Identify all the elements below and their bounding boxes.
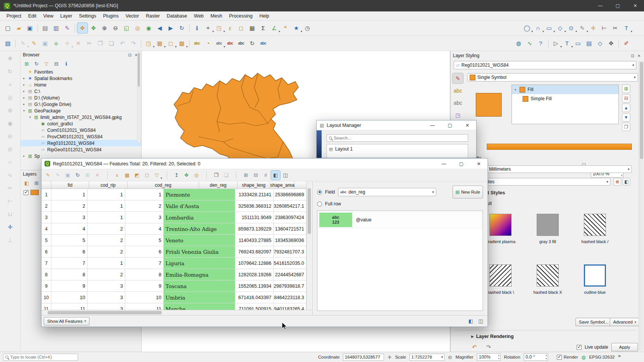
cell-cod-reg[interactable]: 5 — [125, 235, 164, 246]
rotate-label[interactable]: ↻ — [247, 38, 257, 48]
cell-shape-area[interactable]: 22987939818.7 — [274, 280, 306, 292]
advanced-button[interactable]: Advanced — [610, 318, 639, 326]
expand-caret-icon[interactable]: ▸ — [22, 90, 26, 93]
cell-cod-reg[interactable]: 8 — [125, 269, 164, 280]
new-svg-annotation[interactable]: ◇ — [595, 38, 605, 48]
cell-cod-rip[interactable]: 2 — [88, 235, 125, 246]
menu-item[interactable]: Project — [3, 12, 25, 20]
cell-cod-rip[interactable]: 2 — [88, 223, 125, 235]
zoom-full-extent[interactable]: ◱ — [121, 23, 132, 33]
zoom-last[interactable]: ◀ — [155, 23, 165, 33]
circular-string-tool[interactable]: ◯ — [522, 23, 532, 33]
move-annotation[interactable]: ✥ — [606, 38, 616, 48]
move-feature[interactable]: ✥ — [5, 53, 15, 64]
table-horizontal-scrollbar[interactable] — [41, 310, 312, 315]
panel-close-icon[interactable]: ✕ — [636, 53, 642, 58]
formatting-rule-item[interactable]: abc 123 @value — [318, 211, 482, 228]
add-part[interactable]: ⊕ — [5, 105, 15, 115]
table-row[interactable]: 1 1 1 1 Piemonte 1333428.21141 253866968… — [41, 189, 306, 200]
delete-selected-features[interactable]: ✕ — [93, 171, 102, 180]
layer-diagram[interactable]: ◔ — [203, 38, 213, 48]
cell-fid[interactable]: 11 — [51, 303, 88, 310]
paste-features[interactable]: ❏ — [222, 171, 231, 180]
cell-shape-leng[interactable]: 1140433.27885 — [235, 235, 274, 246]
cell-fid[interactable]: 1 — [51, 189, 88, 200]
cell-fid[interactable]: 4 — [51, 223, 88, 235]
locate-input[interactable] — [10, 355, 76, 359]
cell-fid[interactable]: 7 — [51, 258, 88, 269]
row-number[interactable]: 7 — [41, 258, 51, 269]
coordinate-input[interactable] — [345, 355, 382, 359]
row-number[interactable]: 11 — [41, 303, 51, 310]
style-preset[interactable]: outline blue — [571, 264, 618, 295]
column-header[interactable]: shape_area — [270, 181, 295, 189]
layout-manager-titlebar[interactable]: ▤ Layout Manager — ▢ ✕ — [317, 120, 476, 130]
expand-caret-icon[interactable]: ▸ — [22, 103, 26, 106]
collapse-all[interactable]: ⊟ — [52, 59, 61, 68]
maximize-button[interactable]: ▢ — [441, 120, 459, 130]
cell-shape-leng[interactable]: 859873.139229 — [235, 223, 274, 235]
close-button[interactable]: ✕ — [470, 159, 488, 169]
cell-cod-reg[interactable]: 6 — [125, 246, 164, 258]
layer-visibility-checkbox[interactable] — [24, 190, 29, 195]
split-features-tool[interactable]: ✂ — [610, 23, 620, 33]
cell-shape-area[interactable]: 22444542687 — [274, 269, 306, 280]
annotation-tool[interactable]: ✎ — [577, 23, 587, 33]
cell-shape-area[interactable]: 7932481707.3 — [274, 246, 306, 258]
reshape-features[interactable]: ∩ — [5, 157, 15, 167]
save-symbol-button[interactable]: Save Symbol... — [575, 318, 612, 326]
deselect-all[interactable]: ◻ — [142, 171, 151, 180]
remove-symbol-layer[interactable]: ⊟ — [622, 94, 630, 103]
pan-map[interactable]: ✥ — [77, 23, 88, 33]
zoom-to-layer[interactable]: ◉ — [143, 23, 154, 33]
cut-features[interactable]: ✂ — [84, 38, 94, 48]
new-html-annotation[interactable]: ▤ — [584, 38, 594, 48]
maximize-button[interactable]: ▢ — [453, 159, 470, 169]
zoom-in[interactable]: ⊕ — [99, 23, 110, 33]
table-corner-cell[interactable] — [41, 181, 51, 189]
run-feature-action[interactable]: ✦ — [203, 23, 213, 33]
row-number[interactable]: 10 — [41, 292, 51, 303]
cell-cod-rip[interactable]: 2 — [88, 269, 125, 280]
change-label-properties[interactable]: abc — [258, 38, 268, 48]
move-label[interactable]: abc — [236, 38, 246, 48]
menu-item[interactable]: Web — [191, 12, 207, 20]
select-by-expression[interactable]: ε — [113, 171, 122, 180]
expand-caret-icon[interactable]: ▸ — [22, 96, 26, 99]
browser-item-com-layer[interactable]: ▱ Com01012021_WGS84 — [21, 127, 141, 133]
symbol-tree-fill-row[interactable]: ▾ Fill — [512, 85, 618, 94]
cell-shape-leng[interactable]: 1511131.9049 — [235, 212, 274, 223]
cell-cod-reg[interactable]: 11 — [125, 303, 164, 310]
cell-fid[interactable]: 3 — [51, 212, 88, 223]
browser-item-provcm-layer[interactable]: ▱ ProvCM01012021_WGS84 — [21, 133, 141, 140]
table-row[interactable]: 10 10 3 10 Umbria 671416.043397 84642231… — [41, 292, 306, 303]
add-group[interactable]: ⊞ — [32, 179, 41, 187]
select-by-expression[interactable]: ε — [225, 23, 235, 33]
cell-den-reg[interactable]: Trentino-Alto Adige — [164, 223, 235, 235]
row-number[interactable]: 6 — [41, 246, 51, 258]
new-text-annotation[interactable]: T — [562, 38, 572, 48]
vertex-tool[interactable]: ✛ — [588, 23, 598, 33]
cell-den-reg[interactable]: Toscana — [164, 280, 235, 292]
trim-extend[interactable]: ⊥ — [5, 235, 15, 245]
conditional-formatting[interactable]: ◧ — [271, 171, 280, 180]
cell-shape-leng[interactable]: 325836.368312 — [235, 200, 274, 212]
show-layout-manager[interactable]: ▥ — [51, 23, 61, 33]
move-symbol-layer-down[interactable]: ▼ — [622, 113, 630, 122]
delete-selected[interactable]: ✕ — [73, 38, 83, 48]
expand-caret-icon[interactable]: ▸ — [22, 154, 26, 158]
delete-field[interactable]: ⊟ — [251, 171, 260, 180]
expand-caret-icon[interactable]: ▾ — [513, 88, 517, 91]
browser-item-colori-grafici[interactable]: ◉ colori_grafici — [21, 120, 141, 127]
cell-cod-rip[interactable]: 1 — [88, 212, 125, 223]
style-manager[interactable]: ✎ — [62, 23, 72, 33]
menu-item[interactable]: Settings — [76, 12, 100, 20]
select-features[interactable]: ◳ — [214, 23, 224, 33]
statistical-summary[interactable]: Σ — [258, 23, 268, 33]
undo[interactable]: ↶ — [117, 38, 128, 48]
add-polygon-feature[interactable]: ◆ — [51, 38, 61, 48]
minimize-button[interactable]: — — [435, 159, 453, 169]
vertex-tool-side[interactable]: ✛ — [5, 222, 15, 232]
style-preset-thumb[interactable] — [489, 214, 512, 236]
style-preset-thumb[interactable] — [584, 214, 606, 236]
